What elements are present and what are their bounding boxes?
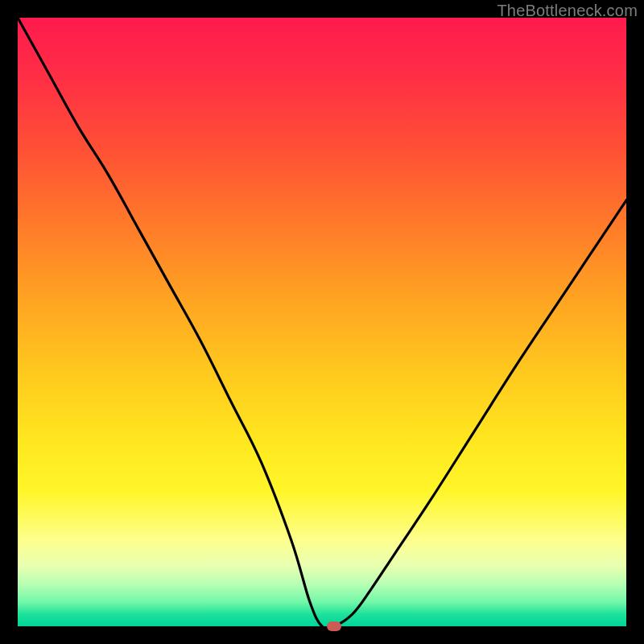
chart-frame: TheBottleneck.com [0,0,644,644]
min-marker [327,621,341,631]
bottleneck-curve [18,18,626,626]
plot-area [18,18,626,626]
